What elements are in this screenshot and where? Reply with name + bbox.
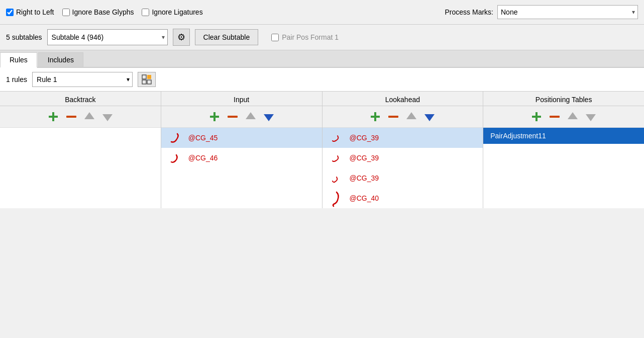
positioning-item-label-0: PairAdjustment11	[490, 132, 546, 140]
input-header: Input	[161, 92, 322, 106]
positioning-down-icon	[586, 111, 596, 122]
svg-rect-21	[550, 116, 560, 118]
rule-select[interactable]: Rule 1	[32, 72, 133, 87]
gear-button[interactable]: ⚙	[173, 29, 190, 46]
positioning-list: PairAdjustment11	[483, 128, 644, 208]
lookahead-up-icon	[406, 111, 416, 122]
backtrack-add-button[interactable]	[46, 109, 61, 124]
lookahead-down-button[interactable]	[422, 109, 437, 124]
tab-rules[interactable]: Rules	[0, 52, 37, 68]
input-up-icon	[246, 111, 256, 122]
lookahead-add-icon	[370, 111, 381, 122]
svg-rect-3	[147, 80, 151, 84]
ignore-ligatures-checkbox[interactable]: Ignore Ligatures	[142, 8, 202, 16]
positioning-controls	[483, 106, 644, 128]
backtrack-remove-button[interactable]	[64, 109, 79, 124]
backtrack-down-icon	[102, 111, 113, 122]
right-to-left-label: Right to Left	[16, 8, 54, 16]
lookahead-glyph-3	[329, 191, 343, 205]
positioning-item-0[interactable]: PairAdjustment11	[483, 128, 644, 144]
svg-rect-5	[49, 116, 58, 118]
svg-marker-13	[264, 114, 274, 121]
backtrack-up-button[interactable]	[82, 109, 97, 124]
top-bar: Right to Left Ignore Base Glyphs Ignore …	[0, 0, 644, 25]
svg-rect-2	[142, 80, 146, 84]
subtable-select-wrapper: Subtable 4 (946) ▾	[47, 29, 168, 45]
lookahead-item-3[interactable]: @CG_40	[323, 188, 483, 208]
positioning-header: Positioning Tables	[483, 92, 644, 106]
input-glyph-svg-0	[167, 130, 181, 146]
pair-pos-format-input[interactable]	[271, 34, 279, 41]
lookahead-glyph-svg-0	[329, 130, 343, 146]
lookahead-header: Lookahead	[323, 92, 483, 106]
backtrack-header: Backtrack	[0, 92, 161, 106]
lookahead-item-2[interactable]: @CG_39	[323, 168, 483, 188]
input-remove-button[interactable]	[225, 109, 240, 124]
lookahead-remove-icon	[388, 114, 399, 119]
gear-icon: ⚙	[177, 32, 185, 43]
tab-includes[interactable]: Includes	[38, 52, 83, 67]
ignore-base-glyphs-checkbox[interactable]: Ignore Base Glyphs	[62, 8, 134, 16]
pair-pos-format-label: Pair Pos Format 1	[282, 33, 339, 41]
svg-marker-17	[406, 112, 416, 119]
pair-pos-format-checkbox[interactable]: Pair Pos Format 1	[271, 33, 339, 41]
input-glyph-0	[167, 131, 181, 145]
right-to-left-checkbox[interactable]: Right to Left	[6, 8, 54, 16]
svg-rect-10	[210, 116, 219, 118]
subtables-count: 5 subtables	[6, 33, 42, 41]
subtable-select[interactable]: Subtable 4 (946)	[47, 29, 168, 45]
column-positioning: Positioning Tables	[483, 92, 644, 208]
positioning-remove-icon	[549, 114, 560, 119]
input-add-button[interactable]	[207, 109, 222, 124]
positioning-remove-button[interactable]	[547, 109, 562, 124]
clear-subtable-button[interactable]: Clear Subtable	[195, 29, 259, 45]
lookahead-remove-button[interactable]	[386, 109, 401, 124]
lookahead-glyph-2	[329, 171, 343, 185]
svg-marker-12	[246, 112, 256, 119]
svg-marker-8	[102, 114, 113, 121]
table-grid-icon	[142, 74, 152, 84]
lookahead-glyph-0	[329, 131, 343, 145]
lookahead-up-button[interactable]	[404, 109, 419, 124]
lookahead-item-0[interactable]: @CG_39	[323, 128, 483, 148]
svg-rect-6	[66, 116, 76, 118]
column-backtrack: Backtrack	[0, 92, 161, 208]
input-item-label-0: @CG_45	[188, 134, 218, 142]
lookahead-controls	[323, 106, 483, 128]
input-item-0[interactable]: @CG_45	[161, 128, 322, 148]
table-grid-button[interactable]	[138, 72, 156, 87]
lookahead-list: @CG_39 @CG_39 @CG_39	[323, 128, 483, 208]
column-lookahead: Lookahead	[323, 92, 484, 208]
lookahead-item-label-1: @CG_39	[350, 154, 379, 162]
rules-count: 1 rules	[6, 75, 27, 83]
input-item-label-1: @CG_46	[188, 154, 218, 162]
input-down-button[interactable]	[261, 109, 276, 124]
input-item-1[interactable]: @CG_46	[161, 148, 322, 168]
rule-select-wrapper: Rule 1 ▾	[32, 72, 133, 87]
positioning-up-button[interactable]	[565, 109, 580, 124]
lookahead-add-button[interactable]	[368, 109, 383, 124]
lookahead-glyph-svg-3	[329, 189, 343, 207]
backtrack-up-icon	[84, 111, 94, 122]
lookahead-glyph-1	[329, 151, 343, 165]
input-glyph-1	[167, 151, 181, 165]
positioning-add-icon	[531, 111, 542, 122]
main-content: Backtrack	[0, 92, 644, 208]
ignore-ligatures-input[interactable]	[142, 9, 149, 16]
ignore-base-glyphs-input[interactable]	[62, 9, 70, 16]
input-add-icon	[209, 111, 220, 122]
lookahead-item-label-2: @CG_39	[350, 174, 379, 182]
positioning-add-button[interactable]	[529, 109, 544, 124]
backtrack-down-button[interactable]	[100, 109, 115, 124]
process-marks-select[interactable]: None All Mark Class Mark Set	[497, 5, 638, 19]
second-bar: 5 subtables Subtable 4 (946) ▾ ⚙ Clear S…	[0, 25, 644, 50]
positioning-down-button[interactable]	[583, 109, 598, 124]
svg-rect-11	[228, 116, 238, 118]
svg-marker-7	[84, 112, 94, 119]
backtrack-controls	[0, 106, 161, 128]
lookahead-item-1[interactable]: @CG_39	[323, 148, 483, 168]
svg-rect-15	[371, 116, 380, 118]
svg-marker-23	[586, 114, 596, 121]
input-up-button[interactable]	[243, 109, 258, 124]
right-to-left-input[interactable]	[6, 9, 14, 16]
